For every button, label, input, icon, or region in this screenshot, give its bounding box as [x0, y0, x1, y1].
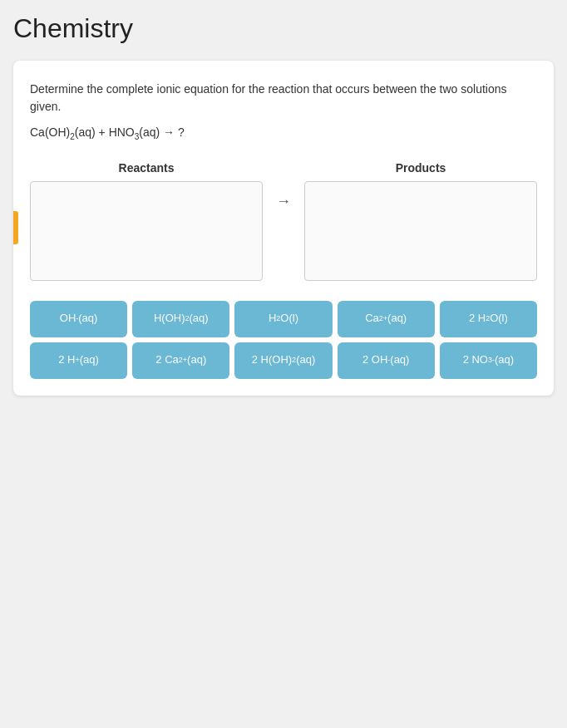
tile-2h2o-l[interactable]: 2 H2O(l)	[440, 301, 537, 337]
tile-2hoh2-aq[interactable]: 2 H(OH)2(aq)	[234, 342, 332, 379]
reactants-drop-box[interactable]	[30, 181, 263, 281]
tiles-area: OH-(aq) H(OH)2(aq) H2O(l) Ca2+(aq) 2 H2O…	[30, 301, 537, 379]
problem-text: Determine the complete ionic equation fo…	[30, 81, 537, 116]
reactants-label: Reactants	[30, 161, 263, 175]
page-title: Chemistry	[13, 13, 554, 44]
products-label: Products	[304, 161, 537, 175]
tile-2no3-aq[interactable]: 2 NO3-(aq)	[440, 342, 537, 379]
arrow-container: →	[276, 161, 291, 210]
tile-ca2plus-aq[interactable]: Ca2+(aq)	[338, 301, 435, 337]
left-indicator	[13, 211, 18, 244]
tile-oh-aq[interactable]: OH-(aq)	[30, 301, 127, 337]
tile-2oh-aq[interactable]: 2 OH-(aq)	[338, 342, 435, 379]
drag-area: Reactants → Products	[30, 161, 537, 281]
tile-2ca2plus-aq[interactable]: 2 Ca2+(aq)	[132, 342, 229, 379]
tile-hoh2-aq[interactable]: H(OH)2(aq)	[132, 301, 229, 337]
reactants-zone[interactable]: Reactants	[30, 161, 263, 281]
reaction-arrow: →	[276, 193, 291, 210]
products-drop-box[interactable]	[304, 181, 537, 281]
tile-2hplus-aq[interactable]: 2 H+(aq)	[30, 342, 127, 379]
problem-card: Determine the complete ionic equation fo…	[13, 61, 554, 396]
equation-text: Ca(OH)2(aq) + HNO3(aq) → ?	[30, 125, 537, 141]
products-zone[interactable]: Products	[304, 161, 537, 281]
tile-h2o-l[interactable]: H2O(l)	[234, 301, 332, 337]
